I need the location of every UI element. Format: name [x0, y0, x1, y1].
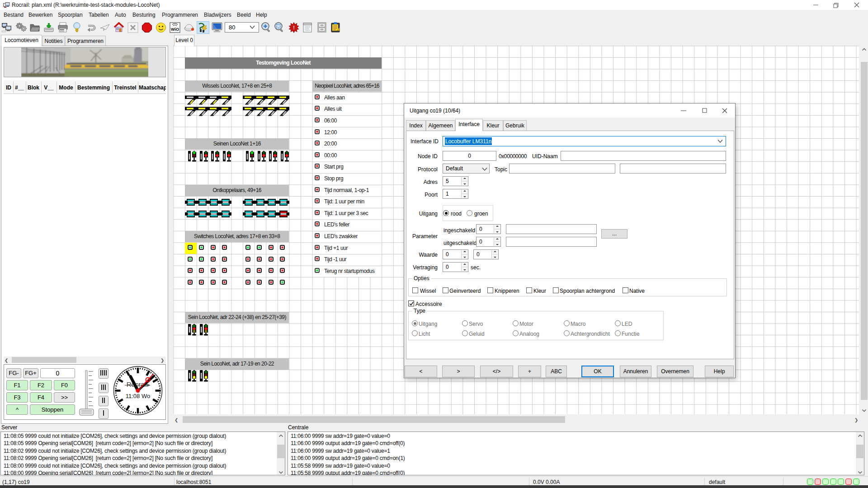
- svg-text:V__: V__: [44, 84, 54, 91]
- svg-text:Bestemming: Bestemming: [77, 84, 110, 91]
- svg-text:Blok: Blok: [28, 84, 39, 91]
- svg-text:!: !: [293, 25, 295, 30]
- svg-text:#__: #__: [15, 84, 24, 91]
- svg-text:ID: ID: [6, 84, 11, 91]
- svg-text:WiO: WiO: [171, 27, 179, 32]
- svg-text:Treinstel: Treinstel: [114, 84, 136, 91]
- svg-text:Maatschap: Maatschap: [139, 84, 166, 91]
- svg-text:11:08 Wo: 11:08 Wo: [126, 393, 150, 399]
- svg-text:Mode: Mode: [59, 84, 73, 91]
